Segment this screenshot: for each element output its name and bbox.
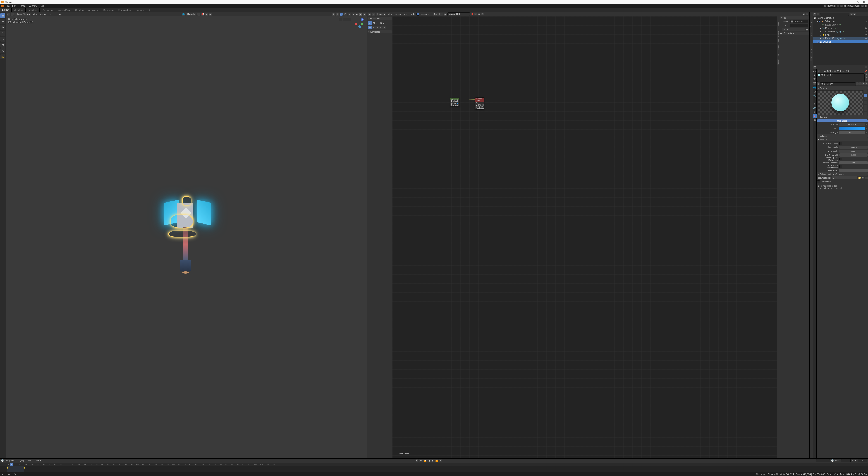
shading-solid[interactable]: ●	[351, 13, 355, 16]
volume-section[interactable]: Volume	[817, 134, 868, 138]
menu-edit[interactable]: Edit	[11, 4, 18, 8]
ptab-physics[interactable]: ⚛	[812, 102, 817, 106]
jump-next-key-icon[interactable]: ⏩	[435, 459, 438, 462]
scene-selector[interactable]: Scene	[827, 4, 836, 8]
outliner-search[interactable]	[820, 13, 849, 16]
ptab-object[interactable]: ▢	[812, 89, 817, 93]
orientation-icon[interactable]: 🌐	[182, 13, 185, 15]
node-material-output[interactable]: Material Output All Surface Volume Displ…	[475, 97, 484, 109]
vtab-tool[interactable]: Tool	[777, 53, 779, 56]
slot-add-icon[interactable]: +	[865, 73, 868, 76]
viewport-3d[interactable]: User Orthographic (4) Collection | Plane…	[6, 16, 367, 458]
material-slot[interactable]: Material.008	[817, 73, 865, 77]
play-reverse-icon[interactable]: ◀	[427, 459, 431, 462]
ptab-world[interactable]: 🌐	[812, 85, 817, 89]
pin-icon[interactable]: 📌	[865, 70, 867, 72]
ptab-particle[interactable]: ✨	[812, 98, 817, 102]
use-nodes-button[interactable]: Use Nodes	[817, 119, 868, 122]
workspace-header[interactable]: Workspace	[368, 30, 392, 33]
surface-section[interactable]: Surface	[817, 116, 868, 119]
editor-type-icon[interactable]: 🕐	[1, 459, 4, 462]
ptab-material[interactable]: ◉	[812, 114, 817, 118]
node-sidebar-collapse-icon[interactable]: ▾	[806, 13, 808, 15]
timeline-ruler[interactable]: 4 -5051015202530354045505560657075808590…	[0, 463, 868, 466]
jump-start-icon[interactable]: ⏮	[420, 459, 423, 462]
sh-menu-view[interactable]: View	[387, 13, 393, 15]
item-vis-icon[interactable]: 👁	[865, 30, 867, 33]
viewlayer-add-icon[interactable]: ▫	[861, 5, 864, 7]
jump-end-icon[interactable]: ⏭	[439, 459, 442, 462]
sh-menu-select[interactable]: Select	[394, 13, 402, 15]
window-minimize-button[interactable]: —	[848, 0, 855, 4]
vtab-options[interactable]: Options	[810, 32, 812, 39]
sss-checkbox[interactable]	[839, 165, 842, 168]
tl-menu-view[interactable]: View	[26, 459, 32, 462]
shading-lookdev[interactable]: ◐	[355, 13, 359, 16]
shading-wireframe[interactable]: ⊞	[348, 13, 351, 16]
node-sidebar-opt-icon[interactable]: ⚙	[803, 13, 805, 15]
use-nodes-checkbox[interactable]	[416, 13, 419, 15]
editor-type-icon[interactable]: ◉	[368, 13, 371, 15]
tree-item[interactable]: ▸ 📷 Camera ▫ 👁	[812, 27, 868, 30]
item-vis-icon[interactable]: 👁	[865, 37, 867, 40]
tree-scene-collection[interactable]: ▣ Scene Collection	[812, 16, 868, 20]
vtab-view2[interactable]: View	[810, 42, 812, 46]
tab-scripting[interactable]: Scripting	[133, 8, 147, 12]
material-fake-icon[interactable]: 🛡	[481, 13, 484, 15]
blender-logo-icon[interactable]	[1, 5, 4, 7]
folder-refresh-icon[interactable]: ⟳	[862, 177, 864, 179]
outliner-tree[interactable]: ▣ Scene Collection ▾ ▣ Collection 👁 ▸ 〰 …	[812, 16, 868, 65]
props-options-icon[interactable]: ▾	[865, 66, 867, 68]
menu-window[interactable]: Window	[28, 4, 38, 8]
editor-type-icon[interactable]: ☰	[813, 66, 816, 69]
tree-collection[interactable]: ▾ ▣ Collection 👁	[812, 20, 868, 23]
viewlayer-del-icon[interactable]: ✕	[840, 5, 843, 7]
node-emission[interactable]: Emission Emission Color Strength25.500	[450, 98, 459, 106]
pass-value[interactable]: 0	[839, 169, 868, 172]
collection-include-checkbox[interactable]	[817, 41, 819, 43]
clip-value[interactable]: 0.500	[839, 154, 868, 157]
ptab-texture[interactable]: ▦	[812, 118, 817, 122]
deselect-checkbox[interactable]	[817, 181, 820, 183]
folder-open-icon[interactable]: ▫	[865, 177, 868, 179]
editor-type-icon[interactable]: ☰	[813, 13, 816, 15]
tab-rendering[interactable]: Rendering	[101, 8, 116, 12]
surface-type-value[interactable]: Emission	[839, 123, 865, 126]
collection-vis-icon[interactable]: 👁	[865, 20, 867, 23]
shader-type-icon[interactable]: ▫	[372, 13, 375, 15]
node-section-header[interactable]: Node	[780, 16, 809, 20]
color-options-icon[interactable]: ◦	[866, 127, 868, 130]
blend-value[interactable]: Opaque	[839, 146, 868, 149]
tl-menu-keying[interactable]: Keying	[17, 459, 25, 462]
mat-new-icon[interactable]: ▫	[859, 83, 862, 85]
item-vis-icon[interactable]: 👁	[865, 34, 867, 36]
tab-add-workspace[interactable]: +	[147, 8, 152, 12]
current-frame-field[interactable]: 4	[816, 459, 830, 462]
node-color-header[interactable]: Color	[781, 28, 805, 31]
vtab-item[interactable]: Item	[777, 59, 779, 65]
tab-sculpting[interactable]: Sculpting	[26, 8, 40, 12]
material-browse-icon[interactable]: ◉	[817, 83, 819, 85]
tool-scale[interactable]: ▱	[0, 37, 5, 42]
tool-transform[interactable]: ⊞	[0, 42, 5, 47]
ptab-viewlayer[interactable]: 🖼	[812, 77, 817, 81]
select-extend[interactable]: ▫	[372, 26, 375, 29]
material-browse-icon[interactable]: ◉	[444, 13, 446, 15]
vtab-view[interactable]: View	[777, 45, 779, 49]
mat-unlink-icon[interactable]: ✕	[862, 83, 865, 85]
window-maximize-button[interactable]: ▢	[855, 0, 861, 4]
vp-menu-select[interactable]: Select	[39, 13, 47, 15]
shader-graph[interactable]: Emission Emission Color Strength25.500 M…	[393, 16, 777, 458]
shader-type-selector[interactable]: Object ▾	[376, 13, 386, 16]
preview-sphere-btn[interactable]	[864, 94, 867, 97]
tool-rotate[interactable]: ⟳	[0, 31, 5, 36]
timeline-tracks[interactable]	[0, 466, 868, 472]
autokey-icon[interactable]: ●	[415, 459, 418, 462]
menu-file[interactable]: File	[4, 4, 11, 8]
snap-options-icon[interactable]: ▾	[205, 13, 208, 15]
select-subtract[interactable]: ▫	[375, 26, 379, 29]
viewlayer-selector[interactable]: View Layer	[847, 4, 860, 8]
tree-item[interactable]: ▸ ▽ Plane.001 🔧 ◉ ▽ 👁	[812, 37, 868, 40]
preview-shaderball[interactable]	[864, 104, 867, 108]
vtab-create[interactable]: Create	[777, 21, 779, 26]
